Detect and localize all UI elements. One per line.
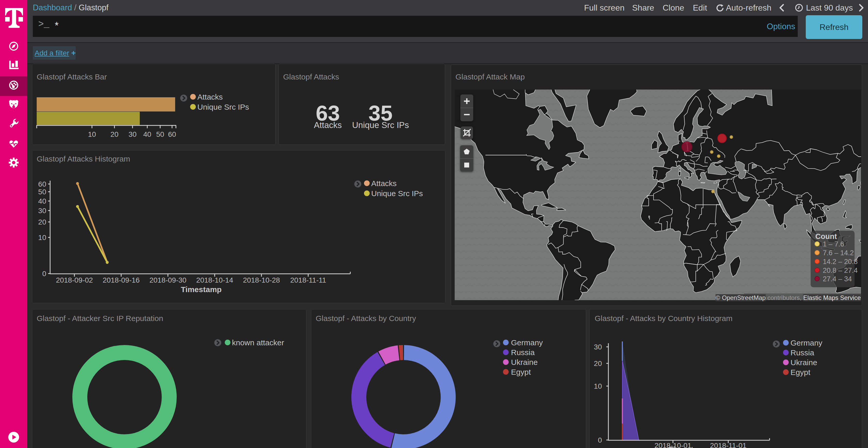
svg-text:7.6 – 14.2: 7.6 – 14.2 xyxy=(823,249,854,257)
svg-text:14.2 – 20.8: 14.2 – 20.8 xyxy=(823,258,858,266)
svg-text:0: 0 xyxy=(598,436,602,444)
svg-text:2018-09-16: 2018-09-16 xyxy=(102,276,140,284)
svg-text:2018-09-30: 2018-09-30 xyxy=(149,276,186,284)
svg-text:Germany: Germany xyxy=(511,338,543,347)
svg-text:30: 30 xyxy=(594,343,602,351)
svg-text:10: 10 xyxy=(88,130,96,138)
svg-text:Attacks: Attacks xyxy=(197,93,223,101)
svg-text:50: 50 xyxy=(38,188,46,196)
svg-text:2018-10-14: 2018-10-14 xyxy=(196,276,233,284)
svg-text:40: 40 xyxy=(38,197,46,205)
svg-text:20.8 – 27.4: 20.8 – 27.4 xyxy=(823,267,858,274)
svg-text:60: 60 xyxy=(38,180,46,188)
svg-text:known attacker: known attacker xyxy=(232,338,284,347)
svg-text:Unique Src IPs: Unique Src IPs xyxy=(371,189,423,198)
svg-text:Egypt: Egypt xyxy=(790,368,810,377)
svg-text:60: 60 xyxy=(168,130,176,138)
svg-text:2018-10-28: 2018-10-28 xyxy=(243,276,280,284)
svg-text:30: 30 xyxy=(128,130,136,138)
svg-text:Egypt: Egypt xyxy=(511,368,531,376)
svg-text:0: 0 xyxy=(42,270,46,278)
svg-text:Ukraine: Ukraine xyxy=(511,358,537,367)
svg-text:2018-09-02: 2018-09-02 xyxy=(56,276,93,284)
svg-text:2018-11-11: 2018-11-11 xyxy=(290,276,326,284)
svg-text:40: 40 xyxy=(143,130,151,138)
svg-text:10: 10 xyxy=(594,382,602,390)
svg-text:20: 20 xyxy=(594,359,602,368)
svg-text:50: 50 xyxy=(156,130,164,138)
svg-text:20: 20 xyxy=(110,130,118,138)
svg-text:Timestamp: Timestamp xyxy=(669,445,709,448)
svg-text:30: 30 xyxy=(38,207,46,215)
svg-text:Attacks: Attacks xyxy=(371,179,397,187)
svg-text:Germany: Germany xyxy=(790,339,822,347)
svg-text:Unique Src IPs: Unique Src IPs xyxy=(197,103,249,111)
svg-text:10: 10 xyxy=(38,234,46,242)
svg-text:27.4 – 34: 27.4 – 34 xyxy=(823,275,852,283)
svg-text:Russia: Russia xyxy=(790,348,814,357)
svg-text:20: 20 xyxy=(38,218,46,226)
svg-text:2018-11-01: 2018-11-01 xyxy=(710,442,746,448)
svg-text:1 – 7.6: 1 – 7.6 xyxy=(823,240,844,248)
svg-text:Timestamp: Timestamp xyxy=(181,285,222,294)
svg-text:Ukraine: Ukraine xyxy=(790,358,817,367)
svg-text:Russia: Russia xyxy=(511,348,535,357)
